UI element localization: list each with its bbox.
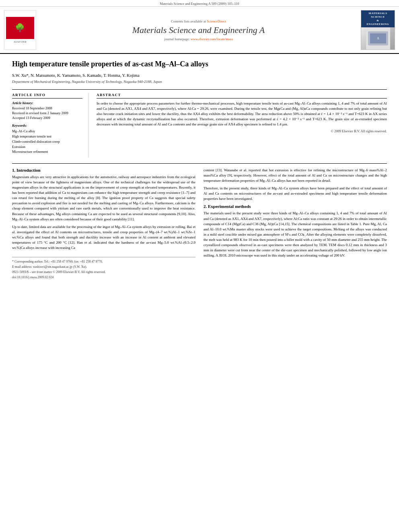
body-col-right: content [13]. Watanabe et al. reported t… [204,168,387,280]
abstract-text: In order to choose the appropriate proce… [97,101,387,127]
article-info-abstract: ARTICLE INFO Article history: Received 1… [12,93,387,158]
section1-heading: 1. Introduction [12,168,195,173]
paper-title: High temperature tensile properties of a… [12,60,387,69]
right-logo-image: A [361,27,395,49]
footnote-issn: 0921-5093/$ – see front matter © 2009 El… [12,270,195,274]
elsevier-tree-icon: 🌳 [15,23,25,33]
journal-title-area: Contents lists available at ScienceDirec… [40,10,357,50]
keyword-4: Extrusion [12,144,82,150]
divider-2 [12,163,387,164]
accepted-date: Accepted 13 February 2009 [12,116,82,121]
elsevier-logo-container: 🌳 ELSEVIER [4,10,36,50]
section1-right-para1: content [13]. Watanabe et al. reported t… [204,168,387,183]
keyword-1: Mg–Al–Ca alloy [12,129,82,134]
footnote-area: * Corresponding author. Tel.: +81 258 47… [12,257,195,280]
abstract-heading: ABSTRACT [97,93,387,99]
journal-bar: Materials Science and Engineering A 509 … [0,0,399,7]
right-logo-text: MATERIALSSCIENCE&ENGINEERING [361,10,395,27]
journal-title: Materials Science and Engineering A [132,25,265,35]
history-label: Article history: [12,101,82,105]
keywords-section: Keywords: Mg–Al–Ca alloy High temperatur… [12,123,82,154]
section1-para1: Magnesium alloys are very attractive in … [12,175,195,222]
copyright: © 2009 Elsevier B.V. All rights reserved… [97,129,387,133]
elsevier-label: ELSEVIER [14,40,26,43]
abstract-column: ABSTRACT In order to choose the appropri… [97,93,387,158]
main-content: High temperature tensile properties of a… [0,54,399,288]
keyword-2: High temperature tensile test [12,134,82,139]
affiliation: Department of Mechanical Engineering, Na… [12,80,387,84]
section2-heading: 2. Experimental methods [204,204,387,209]
keyword-5: Microstructure refinement [12,149,82,154]
revised-date: Received in revised form 2 January 2009 [12,111,82,116]
section1-right-para2: Therefore, in the present study, three k… [204,186,387,201]
homepage-url[interactable]: www.elsevier.com/locate/msea [191,37,233,41]
footnote-doi: doi:10.1016/j.msea.2009.02.024 [12,275,195,279]
materials-science-logo: MATERIALSSCIENCE&ENGINEERING A [361,10,395,50]
body-col-left: 1. Introduction Magnesium alloys are ver… [12,168,195,280]
authors: S.W. Xu*, N. Matsumoto, K. Yamamoto, S. … [12,73,387,78]
sciencedirect-line: Contents lists available at ScienceDirec… [171,19,226,23]
article-info-column: ARTICLE INFO Article history: Received 1… [12,93,88,158]
keywords-label: Keywords: [12,123,82,127]
footnote-corresponding: * Corresponding author. Tel.: +81 258 47… [12,259,195,264]
footnote-email: E-mail address: xushiwei@stn.nagaokaut.a… [12,265,195,269]
journal-header: 🌳 ELSEVIER Contents lists available at S… [0,7,399,54]
keyword-3: Climb-controlled dislocation creep [12,139,82,144]
section1-para2: Up to date, limited data are available f… [12,224,195,251]
received-date: Received 18 September 2008 [12,106,82,111]
article-history-section: Article history: Received 18 September 2… [12,101,82,121]
body-columns: 1. Introduction Magnesium alloys are ver… [12,168,387,280]
sciencedirect-link[interactable]: ScienceDirect [207,19,226,23]
section2-text: The materials used in the present study … [204,211,387,258]
elsevier-logo: 🌳 [6,17,34,39]
journal-citation: Materials Science and Engineering A 509 … [160,2,239,6]
journal-homepage: journal homepage: www.elsevier.com/locat… [164,37,233,41]
divider-1 [12,89,387,90]
svg-text:A: A [377,37,379,40]
article-info-heading: ARTICLE INFO [12,93,82,99]
